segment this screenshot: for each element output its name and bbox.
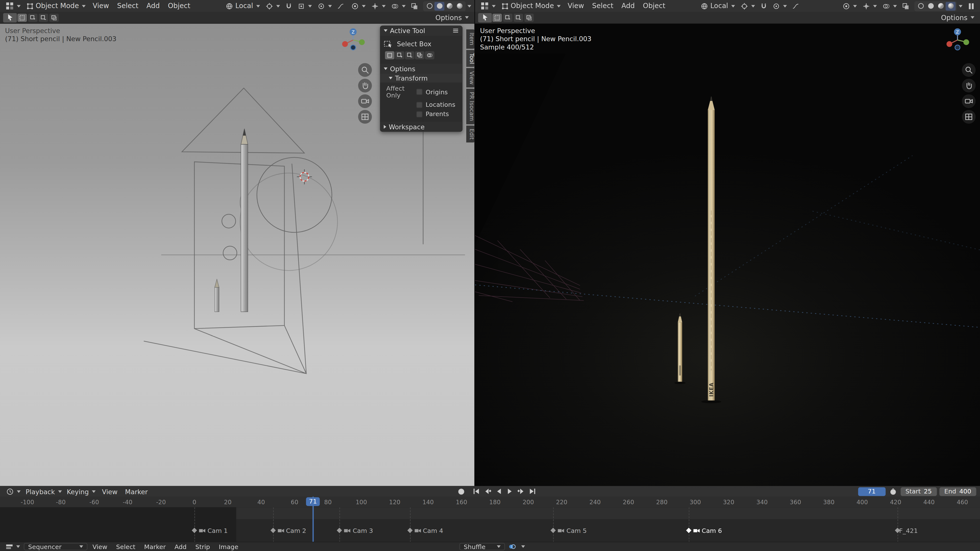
menu-view[interactable]: View bbox=[89, 1, 113, 11]
seq-menu-select[interactable]: Select bbox=[113, 543, 139, 551]
pan-button[interactable] bbox=[962, 79, 975, 92]
navigation-gizmo[interactable]: Z bbox=[945, 27, 970, 52]
chevron-down-icon[interactable] bbox=[521, 545, 525, 548]
shading-solid-button[interactable] bbox=[434, 2, 444, 10]
zoom-button[interactable] bbox=[962, 63, 975, 77]
axis-y-ball[interactable] bbox=[963, 39, 969, 45]
axis-negz-ball[interactable] bbox=[351, 45, 355, 50]
timeline-marker[interactable]: Cam 4 bbox=[410, 526, 443, 535]
orientation-dropdown[interactable]: Local bbox=[223, 1, 262, 11]
tab-edit[interactable]: Edit bbox=[466, 125, 474, 143]
timeline-view-menu[interactable]: View bbox=[98, 487, 121, 496]
orientation-dropdown[interactable]: Local bbox=[698, 1, 737, 11]
tool-options-dropdown[interactable]: Options bbox=[939, 13, 977, 22]
axis-x-ball[interactable] bbox=[342, 41, 348, 47]
timeline-marker-menu[interactable]: Marker bbox=[121, 487, 151, 496]
select-mode-subtract-button[interactable] bbox=[514, 13, 523, 22]
editor-type-button[interactable] bbox=[3, 542, 22, 551]
seq-menu-marker[interactable]: Marker bbox=[140, 543, 170, 551]
menu-view[interactable]: View bbox=[564, 1, 588, 11]
sequencer-view-type-dropdown[interactable]: Sequencer bbox=[24, 543, 88, 551]
editor-type-button[interactable] bbox=[4, 487, 23, 496]
shading-rendered-button[interactable] bbox=[946, 2, 956, 10]
proportional-editing-dropdown[interactable] bbox=[315, 2, 334, 10]
shading-solid-button[interactable] bbox=[926, 2, 935, 10]
object-visibility-dropdown[interactable] bbox=[840, 2, 859, 10]
left-viewport-canvas[interactable]: User Perspective (71) Short pencil | New… bbox=[0, 23, 474, 486]
snap-magnet-toggle[interactable] bbox=[283, 1, 294, 11]
axis-y-ball[interactable] bbox=[359, 39, 364, 45]
timeline-marker[interactable]: Cam 2 bbox=[273, 526, 306, 535]
select-mode-extend-button[interactable] bbox=[28, 13, 38, 22]
gizmos-dropdown[interactable] bbox=[369, 2, 388, 10]
window-split-icon[interactable] bbox=[966, 1, 977, 11]
mode-invert-button[interactable] bbox=[415, 51, 424, 59]
timeline-marker[interactable]: Cam 5 bbox=[554, 526, 587, 535]
shading-wireframe-button[interactable] bbox=[916, 2, 926, 10]
overlays-dropdown[interactable] bbox=[880, 2, 899, 10]
options-panel-header[interactable]: Options bbox=[380, 64, 463, 74]
next-keyframe-button[interactable] bbox=[517, 487, 527, 496]
tab-view[interactable]: View bbox=[466, 68, 474, 88]
editor-type-button[interactable] bbox=[478, 1, 498, 11]
mode-extend-button[interactable] bbox=[395, 51, 404, 59]
mode-intersect-button[interactable] bbox=[425, 51, 434, 59]
camera-view-button[interactable] bbox=[358, 94, 372, 108]
overlay-toggle-button[interactable] bbox=[507, 542, 518, 551]
overlays-dropdown[interactable] bbox=[389, 2, 408, 10]
play-button[interactable] bbox=[505, 487, 515, 496]
mode-subtract-button[interactable] bbox=[405, 51, 414, 59]
jump-to-start-button[interactable] bbox=[471, 487, 481, 496]
select-mode-extend-button[interactable] bbox=[503, 13, 512, 22]
camera-view-button[interactable] bbox=[962, 94, 975, 108]
chevron-down-icon[interactable] bbox=[468, 5, 471, 7]
falloff-curve-icon[interactable] bbox=[790, 1, 801, 11]
snap-with-dropdown[interactable] bbox=[295, 2, 314, 10]
axis-x-ball[interactable] bbox=[947, 41, 952, 47]
timeline-marker[interactable]: Cam 6 bbox=[689, 526, 722, 535]
select-mode-intersect-button[interactable] bbox=[524, 13, 534, 22]
navigation-gizmo[interactable]: Z bbox=[340, 27, 366, 52]
chevron-down-icon[interactable] bbox=[959, 5, 963, 7]
menu-select[interactable]: Select bbox=[589, 1, 617, 11]
mode-dropdown[interactable]: Object Mode bbox=[24, 1, 88, 11]
seq-menu-strip[interactable]: Strip bbox=[192, 543, 214, 551]
editor-type-button[interactable] bbox=[3, 1, 23, 11]
prev-keyframe-button[interactable] bbox=[483, 487, 493, 496]
menu-add[interactable]: Add bbox=[143, 1, 164, 11]
xray-toggle[interactable] bbox=[409, 1, 420, 11]
orthographic-toggle-button[interactable] bbox=[962, 110, 975, 124]
current-frame-badge[interactable]: 71 bbox=[306, 497, 320, 506]
active-tool-button[interactable] bbox=[478, 13, 492, 22]
end-frame-field[interactable]: End 400 bbox=[939, 487, 976, 496]
pan-button[interactable] bbox=[358, 79, 372, 92]
falloff-curve-icon[interactable] bbox=[335, 1, 346, 11]
shading-material-button[interactable] bbox=[444, 2, 455, 10]
timeline-marker[interactable]: F_421 bbox=[897, 526, 918, 535]
menu-add[interactable]: Add bbox=[618, 1, 638, 11]
timeline-ruler[interactable]: -100-80-60-40-20020406080100120140160180… bbox=[0, 497, 980, 507]
origins-checkbox[interactable] bbox=[416, 89, 423, 95]
play-reverse-button[interactable] bbox=[494, 487, 504, 496]
use-preview-range-button[interactable] bbox=[888, 487, 898, 496]
mode-dropdown[interactable]: Object Mode bbox=[499, 1, 563, 11]
menu-icon[interactable] bbox=[452, 28, 459, 33]
seq-menu-view[interactable]: View bbox=[89, 543, 111, 551]
start-frame-field[interactable]: Start 25 bbox=[900, 487, 937, 496]
select-mode-subtract-button[interactable] bbox=[39, 13, 48, 22]
pivot-dropdown[interactable] bbox=[738, 2, 757, 10]
timeline-marker[interactable]: Cam 1 bbox=[194, 526, 228, 535]
select-mode-intersect-button[interactable] bbox=[49, 13, 59, 22]
workspace-panel-header[interactable]: Workspace bbox=[380, 122, 463, 132]
jump-to-end-button[interactable] bbox=[528, 487, 538, 496]
seq-menu-image[interactable]: Image bbox=[215, 543, 242, 551]
tall-pencil-object[interactable]: IKEA bbox=[701, 97, 721, 403]
pencil-wireframe-objects[interactable] bbox=[215, 129, 248, 312]
menu-object[interactable]: Object bbox=[639, 1, 669, 11]
active-tool-button[interactable] bbox=[3, 13, 17, 22]
select-mode-new-button[interactable] bbox=[18, 13, 27, 22]
locations-checkbox[interactable] bbox=[416, 102, 423, 108]
timeline-tracks[interactable]: Cam 1Cam 2Cam 3Cam 4Cam 5Cam 6F_421 bbox=[0, 507, 980, 542]
shading-rendered-button[interactable] bbox=[455, 2, 465, 10]
tool-options-dropdown[interactable]: Options bbox=[433, 13, 471, 22]
